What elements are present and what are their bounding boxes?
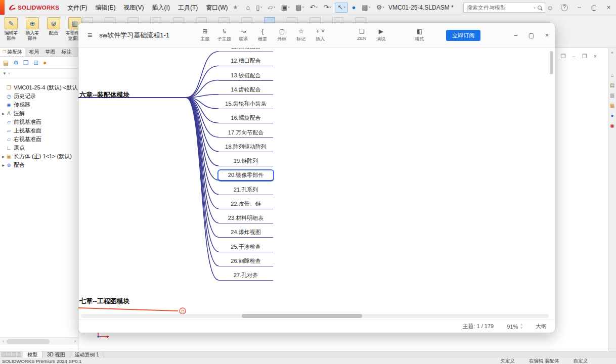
tree-root[interactable]: ❒ VMC01-25-4 (默认) <默认_显 bbox=[1, 83, 78, 92]
mindmap-node[interactable]: 20.镜像零部件 bbox=[218, 170, 273, 180]
scrollbar-thumb[interactable] bbox=[242, 314, 362, 318]
document-tab[interactable]: 3D 视图 bbox=[42, 351, 70, 358]
mindmap-parent-node[interactable]: 六章--装配体模块 bbox=[79, 90, 130, 100]
summary-button[interactable]: { 概要 bbox=[253, 28, 272, 42]
mindmap-node[interactable]: 14.齿轮配合 bbox=[218, 85, 273, 95]
toolbar-icon-partial[interactable] bbox=[218, 17, 230, 23]
panel-horizontal-scrollbar[interactable]: ‹ › bbox=[0, 337, 78, 345]
mindmap-node[interactable]: 16.螺旋配合 bbox=[218, 113, 273, 123]
edit-component-button[interactable]: ✎ 编辑零部件 bbox=[2, 17, 20, 41]
marker-button[interactable]: ☆ 标记 bbox=[291, 28, 311, 42]
print-icon[interactable]: ▤˅ bbox=[293, 3, 306, 12]
undo-icon[interactable]: ↶˅ bbox=[307, 3, 320, 12]
outline-button[interactable]: 大纲 bbox=[536, 323, 547, 330]
doc-close-icon[interactable]: × bbox=[594, 53, 597, 60]
scroll-left-icon[interactable]: ‹ bbox=[0, 338, 7, 345]
insert-button[interactable]: + ˅ 插入 bbox=[311, 28, 330, 42]
insert-components-button[interactable]: ⊕ 插入零部件 bbox=[23, 17, 41, 41]
subtopic-button[interactable]: ↳ 子主题 bbox=[214, 28, 234, 42]
propertymanager-icon[interactable]: ⚙ bbox=[13, 59, 19, 66]
canvas-vertical-scrollbar[interactable] bbox=[550, 51, 553, 97]
favorites-star-icon[interactable]: ★ bbox=[233, 4, 238, 11]
menu-item[interactable]: 插入(I) bbox=[148, 0, 174, 15]
format-button[interactable]: ◧ 格式 bbox=[410, 28, 429, 42]
toolbar-icon-partial[interactable] bbox=[332, 17, 343, 23]
doc-minimize-icon[interactable]: – bbox=[573, 53, 576, 60]
mindmap-node[interactable]: 21.孔系列 bbox=[218, 185, 273, 195]
toolbar-icon-partial[interactable] bbox=[264, 17, 275, 23]
mindmap-node[interactable]: 19.链阵列 bbox=[218, 156, 273, 166]
panel-tab[interactable]: 草图 bbox=[41, 48, 58, 56]
mindmap-node[interactable]: 23.材料明细表 bbox=[218, 213, 273, 223]
toolbar-icon-partial[interactable] bbox=[310, 17, 321, 23]
doc-restore-icon[interactable]: ❐ bbox=[582, 53, 587, 60]
search-scope-caret-icon[interactable]: ˅ bbox=[534, 6, 536, 10]
toolbar-icon-partial[interactable] bbox=[150, 17, 161, 23]
pane-restore-icon[interactable]: ❐ bbox=[561, 53, 566, 60]
tree-item[interactable]: ▱ 右视基准面 bbox=[1, 135, 78, 144]
menu-item[interactable]: 文件(F) bbox=[63, 0, 91, 15]
maximize-button[interactable]: ▢ bbox=[587, 0, 601, 15]
file-explorer-icon[interactable]: ▥ bbox=[610, 93, 614, 98]
view-palette-icon[interactable]: ▦ bbox=[610, 103, 614, 108]
home-taskpane-icon[interactable]: ⌂ bbox=[610, 72, 613, 78]
mindmap-node[interactable]: 12.槽口配合 bbox=[218, 56, 273, 66]
close-button[interactable]: × bbox=[601, 0, 616, 15]
redo-icon[interactable]: ↷˅ bbox=[321, 3, 333, 12]
expand-arrow-icon[interactable]: ▶ bbox=[1, 112, 6, 115]
toolbar-icon-partial[interactable] bbox=[355, 17, 366, 23]
displaymanager-icon[interactable]: ● bbox=[43, 59, 47, 66]
panel-tab[interactable]: ❒ 装配体 bbox=[0, 48, 25, 56]
toolbar-icon-partial[interactable] bbox=[173, 17, 184, 23]
main-menu-icon[interactable]: ≡ bbox=[87, 31, 92, 40]
tree-item[interactable]: ▶ A 注解 bbox=[1, 109, 78, 118]
file-list-icon[interactable]: ▤˅ bbox=[360, 3, 372, 12]
zoom-stepper[interactable]: ˄ ˅ bbox=[520, 324, 522, 329]
xmind-minimize-button[interactable]: – bbox=[508, 23, 523, 48]
menu-item[interactable]: 窗口(W) bbox=[202, 0, 232, 15]
topic-button[interactable]: ⊞ 主题 bbox=[195, 28, 214, 42]
menu-item[interactable]: 视图(V) bbox=[120, 0, 148, 15]
featuremanager-tree-icon[interactable]: ▤ bbox=[3, 59, 9, 66]
menu-item[interactable]: 编辑(E) bbox=[92, 0, 120, 15]
new-document-icon[interactable]: ▯˅ bbox=[254, 3, 264, 12]
collapse-taskpane-icon[interactable]: « bbox=[611, 50, 613, 55]
toolbar-icon-partial[interactable] bbox=[196, 17, 207, 23]
dimxpert-icon[interactable]: ⊞ bbox=[33, 59, 38, 66]
filter-icon[interactable]: ▼ bbox=[3, 71, 7, 76]
mindmap-node[interactable]: 24.爆炸视图 bbox=[218, 228, 273, 238]
document-tab[interactable]: 模型 bbox=[23, 351, 42, 358]
panel-tab[interactable]: 布局 bbox=[25, 48, 41, 56]
open-icon[interactable]: ▱˅ bbox=[266, 3, 278, 12]
tree-item[interactable]: ◉ 传感器 bbox=[1, 101, 78, 109]
canvas-horizontal-scrollbar[interactable] bbox=[81, 314, 549, 318]
help-icon[interactable]: ? bbox=[561, 4, 568, 11]
scroll-right-icon[interactable]: › bbox=[72, 338, 78, 345]
mindmap-canvas[interactable]: 25 六章--装配体模块 七章--工程图模块 11.凸轮配合12.槽口配合13.… bbox=[78, 48, 555, 320]
model-search-input[interactable] bbox=[467, 5, 532, 11]
bluetooth-status-icon[interactable]: ● bbox=[349, 3, 358, 12]
toolbar-icon-partial[interactable] bbox=[241, 17, 252, 23]
zoom-out-icon[interactable]: ˅ bbox=[520, 327, 522, 330]
user-account-icon[interactable]: ☺ bbox=[547, 4, 553, 12]
mate-button[interactable]: ⊚ 配合 bbox=[45, 17, 63, 41]
tree-item[interactable]: ▱ 上视基准面 bbox=[1, 126, 78, 135]
tree-item[interactable]: ▱ 前视基准面 bbox=[1, 118, 78, 126]
save-icon[interactable]: ▣˅ bbox=[279, 3, 292, 12]
toolbar-icon-partial[interactable] bbox=[287, 17, 298, 23]
scrollbar-thumb[interactable] bbox=[7, 339, 50, 344]
tab-scroll-buttons[interactable] bbox=[2, 352, 21, 357]
design-library-icon[interactable]: ▤ bbox=[610, 82, 614, 88]
customize-button[interactable]: 自定义 bbox=[574, 358, 588, 364]
tree-item[interactable]: ▶ ⊚ 配合 bbox=[1, 161, 78, 169]
toolbar-icon-partial[interactable] bbox=[82, 17, 93, 23]
mindmap-node[interactable]: 15.齿轮和小齿条 bbox=[218, 99, 273, 109]
toolbar-icon-partial[interactable] bbox=[105, 17, 116, 23]
configurationmanager-icon[interactable]: ❒ bbox=[23, 59, 29, 66]
tree-item[interactable]: ▶ ▣ 长方体 (正) 1<1> (默认) bbox=[1, 152, 78, 161]
home-icon[interactable]: ⌂ bbox=[244, 3, 252, 12]
mindmap-node[interactable]: 17.万向节配合 bbox=[218, 128, 273, 138]
appearances-icon[interactable]: ● bbox=[610, 113, 613, 118]
mindmap-node[interactable]: 27.孔对齐 bbox=[218, 270, 273, 281]
settings-gear-icon[interactable]: ⚙˅ bbox=[374, 3, 387, 12]
